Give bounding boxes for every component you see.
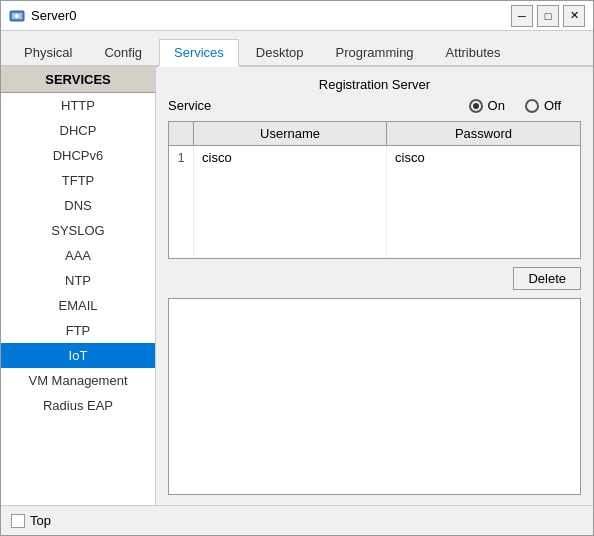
close-button[interactable]: ✕ xyxy=(563,5,585,27)
tab-config[interactable]: Config xyxy=(89,39,157,65)
sidebar-item-ntp[interactable]: NTP xyxy=(1,268,155,293)
empty-user-3 xyxy=(194,214,387,236)
svg-point-2 xyxy=(15,14,19,18)
empty-row-3 xyxy=(169,214,580,236)
sidebar-item-dhcp[interactable]: DHCP xyxy=(1,118,155,143)
empty-row-4 xyxy=(169,236,580,258)
sidebar-item-email[interactable]: EMAIL xyxy=(1,293,155,318)
tab-programming[interactable]: Programming xyxy=(321,39,429,65)
tab-attributes[interactable]: Attributes xyxy=(431,39,516,65)
sidebar-list: HTTP DHCP DHCPv6 TFTP DNS SYSLOG AAA NTP… xyxy=(1,93,155,505)
minimize-button[interactable]: ─ xyxy=(511,5,533,27)
col-username: Username xyxy=(194,122,387,145)
delete-button[interactable]: Delete xyxy=(513,267,581,290)
title-bar-controls: ─ □ ✕ xyxy=(511,5,585,27)
sidebar-header: SERVICES xyxy=(1,67,155,93)
app-icon xyxy=(9,8,25,24)
sidebar-item-dns[interactable]: DNS xyxy=(1,193,155,218)
empty-user-1 xyxy=(194,170,387,192)
sidebar-item-dhcpv6[interactable]: DHCPv6 xyxy=(1,143,155,168)
empty-num-3 xyxy=(169,214,194,236)
credentials-table: Username Password 1 cisco cisco xyxy=(168,121,581,259)
radio-group: On Off xyxy=(469,98,561,113)
sidebar-item-tftp[interactable]: TFTP xyxy=(1,168,155,193)
tab-desktop[interactable]: Desktop xyxy=(241,39,319,65)
radio-off-label: Off xyxy=(544,98,561,113)
radio-on-label: On xyxy=(488,98,505,113)
sidebar-item-http[interactable]: HTTP xyxy=(1,93,155,118)
top-checkbox[interactable] xyxy=(11,514,25,528)
sidebar-item-iot[interactable]: IoT xyxy=(1,343,155,368)
service-radio-row: Service On Off xyxy=(168,98,581,113)
main-content: SERVICES HTTP DHCP DHCPv6 TFTP DNS SYSLO… xyxy=(1,67,593,505)
empty-pass-3 xyxy=(387,214,580,236)
empty-pass-1 xyxy=(387,170,580,192)
table-header: Username Password xyxy=(169,122,580,146)
sidebar-item-aaa[interactable]: AAA xyxy=(1,243,155,268)
delete-row: Delete xyxy=(168,267,581,290)
registration-server-title: Registration Server xyxy=(168,77,581,92)
tab-services[interactable]: Services xyxy=(159,39,239,67)
maximize-button[interactable]: □ xyxy=(537,5,559,27)
sidebar-wrapper: SERVICES HTTP DHCP DHCPv6 TFTP DNS SYSLO… xyxy=(1,67,156,505)
top-checkbox-wrapper[interactable]: Top xyxy=(11,513,51,528)
window-title: Server0 xyxy=(31,8,77,23)
bottom-bar: Top xyxy=(1,505,593,535)
empty-row-2 xyxy=(169,192,580,214)
sidebar-item-ftp[interactable]: FTP xyxy=(1,318,155,343)
empty-user-2 xyxy=(194,192,387,214)
table-row[interactable]: 1 cisco cisco xyxy=(169,146,580,170)
title-bar-left: Server0 xyxy=(9,8,77,24)
radio-off-circle[interactable] xyxy=(525,99,539,113)
row-1-username: cisco xyxy=(194,146,387,170)
sidebar: SERVICES HTTP DHCP DHCPv6 TFTP DNS SYSLO… xyxy=(1,67,155,505)
sidebar-item-radius-eap[interactable]: Radius EAP xyxy=(1,393,155,418)
row-1-num: 1 xyxy=(169,146,194,170)
radio-off-option[interactable]: Off xyxy=(525,98,561,113)
col-num xyxy=(169,122,194,145)
sidebar-item-syslog[interactable]: SYSLOG xyxy=(1,218,155,243)
empty-pass-2 xyxy=(387,192,580,214)
empty-num-2 xyxy=(169,192,194,214)
empty-pass-4 xyxy=(387,236,580,258)
right-panel: Registration Server Service On Off xyxy=(156,67,593,505)
top-checkbox-label: Top xyxy=(30,513,51,528)
empty-num-1 xyxy=(169,170,194,192)
row-1-password: cisco xyxy=(387,146,580,170)
radio-on-option[interactable]: On xyxy=(469,98,505,113)
empty-row-1 xyxy=(169,170,580,192)
title-bar: Server0 ─ □ ✕ xyxy=(1,1,593,31)
log-area xyxy=(168,298,581,495)
sidebar-item-vm-management[interactable]: VM Management xyxy=(1,368,155,393)
empty-user-4 xyxy=(194,236,387,258)
col-password: Password xyxy=(387,122,580,145)
tab-bar: Physical Config Services Desktop Program… xyxy=(1,31,593,67)
tab-physical[interactable]: Physical xyxy=(9,39,87,65)
radio-on-circle[interactable] xyxy=(469,99,483,113)
window: Server0 ─ □ ✕ Physical Config Services D… xyxy=(0,0,594,536)
service-label: Service xyxy=(168,98,211,113)
empty-num-4 xyxy=(169,236,194,258)
